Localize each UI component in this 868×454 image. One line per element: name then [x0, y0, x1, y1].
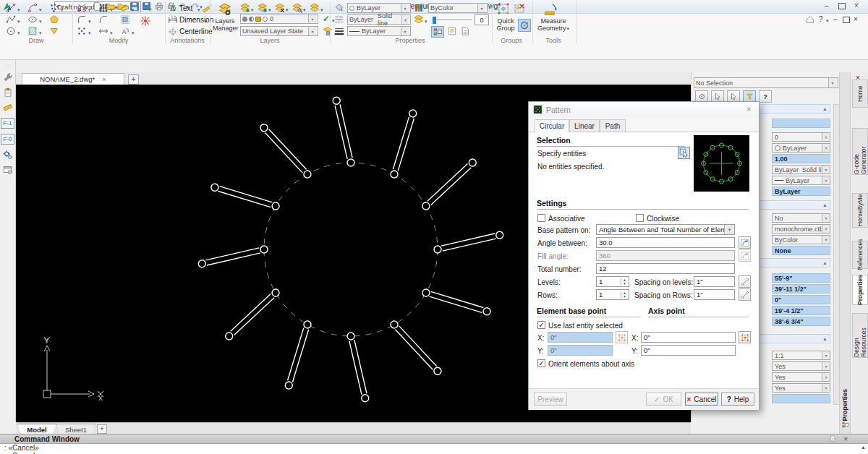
measure-geometry-button[interactable]: Measure Geometry	[534, 17, 573, 33]
panel-field[interactable]: Yes▾	[772, 383, 830, 393]
home-cloud-icon[interactable]	[805, 14, 815, 25]
polyline-icon[interactable]	[6, 14, 16, 25]
spacing-rows-pick-button[interactable]	[739, 288, 751, 301]
clockwise-checkbox[interactable]	[636, 214, 644, 222]
panel-field[interactable]: ByLayer▾	[772, 143, 830, 153]
restore-button[interactable]	[838, 3, 846, 9]
panel-field[interactable]: Yes▾	[772, 372, 830, 382]
levels-spinner[interactable]: 1 ▲▼	[596, 276, 629, 287]
spacing-levels-input[interactable]: 1"	[694, 276, 735, 287]
lineweight-icon[interactable]	[334, 26, 344, 36]
layer-delete-icon[interactable]	[323, 26, 333, 36]
tab-circular[interactable]: Circular	[535, 119, 569, 132]
ungroup-icon[interactable]	[514, 3, 525, 14]
tab-path[interactable]: Path	[600, 119, 626, 132]
doc-close-button[interactable]: ×	[854, 14, 858, 25]
panel-field[interactable]: 19'-4 1/2"	[772, 306, 830, 315]
minimize-button[interactable]: –	[825, 1, 829, 11]
explode-icon[interactable]	[77, 26, 87, 36]
entity-transparency-icon[interactable]	[431, 26, 444, 38]
toolbar-grip[interactable]: ∙∙∙	[4, 63, 10, 67]
layer-state-selector[interactable]: Unsaved Layer State▾	[240, 26, 318, 36]
stretch-icon[interactable]	[98, 26, 109, 36]
command-float-icon[interactable]	[829, 435, 836, 442]
panel-field[interactable]: 0▾	[772, 132, 830, 142]
trim-icon[interactable]	[77, 3, 87, 13]
arc-icon[interactable]	[27, 3, 38, 13]
panel-help-button[interactable]: ?	[759, 90, 772, 103]
clipboard-icon[interactable]	[3, 87, 13, 98]
lineweight-selector[interactable]: ByLayer▾	[347, 26, 411, 36]
fill-color-icon[interactable]	[334, 3, 344, 13]
panel-field[interactable]: ByLayer▾	[772, 176, 830, 185]
transparency-value-box[interactable]: 0	[475, 14, 489, 25]
layers-manager-button[interactable]: LayersManager	[213, 3, 237, 32]
side-tab-design-resources[interactable]: Design Resources	[852, 313, 868, 358]
circle-icon[interactable]	[6, 26, 16, 36]
point-icon[interactable]	[49, 3, 59, 13]
command-scroll-up-icon[interactable]: ▲	[861, 445, 866, 450]
panel-field[interactable]: 1:1▾	[772, 351, 830, 360]
panel-field[interactable]: None	[772, 246, 830, 255]
total-number-input[interactable]: 12	[596, 263, 735, 274]
spacing-levels-pick-button[interactable]	[739, 275, 751, 288]
angle-pick-button[interactable]	[739, 236, 751, 249]
layer-isolate-icon[interactable]	[292, 3, 302, 13]
f0-layout-button[interactable]: F-0	[1, 134, 14, 145]
layer-ok-icon[interactable]: ✓	[323, 14, 330, 24]
associative-checkbox[interactable]	[537, 214, 545, 222]
side-tab-g-code-generator[interactable]: G-code Generator	[852, 128, 868, 175]
panel-field[interactable]: Yes▾	[772, 361, 830, 371]
line-icon[interactable]	[6, 3, 16, 13]
linestyle-selector[interactable]: ByLayer Solid line▾	[347, 14, 411, 25]
rotate-icon[interactable]: A	[120, 26, 130, 36]
tab-linear[interactable]: Linear	[569, 119, 600, 132]
transparency-slider-knob[interactable]	[433, 17, 436, 24]
group-toggle-icon[interactable]	[518, 19, 531, 32]
axis-y-input[interactable]: 0"	[641, 345, 736, 356]
document-tab-close-icon[interactable]: ×	[102, 75, 106, 83]
command-history[interactable]: : «Cancel»: «Cancel»	[0, 444, 856, 454]
panel-field[interactable]	[772, 394, 830, 403]
ruler-icon[interactable]	[3, 103, 13, 113]
doc-minimize-button[interactable]: –	[833, 14, 838, 25]
panel-field[interactable]: monochrome.ctb▾	[772, 224, 830, 234]
close-button[interactable]: ×	[854, 1, 859, 11]
panel-field[interactable]: ByLayerSolid line▾	[772, 165, 830, 174]
panel-field[interactable]: 38'-6 3/4"	[772, 317, 830, 326]
layer-freeze-icon[interactable]	[258, 3, 268, 13]
centerline-button[interactable]: Centerline	[179, 27, 213, 35]
smart-dimension-icon[interactable]	[203, 3, 213, 13]
centerline-icon[interactable]	[168, 26, 178, 36]
text-button[interactable]: Text	[179, 4, 192, 12]
gradient-icon[interactable]	[49, 26, 59, 36]
dimension-button[interactable]: Dimension	[179, 16, 213, 24]
quick-group-button[interactable]: Quick Group	[493, 17, 518, 32]
mouse-gestures-icon[interactable]	[3, 72, 13, 82]
fillet-icon[interactable]	[77, 14, 87, 25]
side-tab-references[interactable]: References	[852, 241, 868, 269]
panel-field[interactable]: ByLayer	[772, 187, 830, 196]
active-layer-selector[interactable]: 0 ▾	[240, 14, 318, 24]
panel-field[interactable]: 55'-9"	[772, 273, 830, 283]
axis-x-input[interactable]: 0"	[641, 332, 736, 343]
transparency-layer-icon[interactable]	[414, 14, 424, 25]
angle-between-input[interactable]: 30.0	[596, 237, 735, 248]
cancel-button[interactable]: ×Cancel	[685, 393, 718, 406]
doc-restore-button[interactable]	[843, 17, 850, 23]
selection-filter-dropdown[interactable]: No Selection▾	[694, 77, 838, 88]
side-tab-properties[interactable]: Properties	[852, 275, 868, 305]
linestyle-icon[interactable]	[334, 14, 344, 25]
screen-settings-icon[interactable]	[3, 165, 13, 175]
print-style-selector[interactable]: ByColor▾	[428, 3, 488, 13]
panel-field[interactable]: ByColor▾	[772, 235, 830, 244]
pattern-icon[interactable]	[98, 3, 109, 13]
layer-unisolate-icon[interactable]	[310, 3, 320, 13]
weld-icon[interactable]	[140, 16, 150, 26]
base-pattern-dropdown[interactable]: Angle Between and Total Number of Elemen…	[596, 224, 735, 235]
panel-field[interactable]: 0"	[772, 295, 830, 304]
transparency-slider-track[interactable]	[437, 20, 472, 20]
quick-group-icon[interactable]	[498, 3, 509, 14]
panel-field[interactable]: 1.00	[772, 154, 830, 163]
spacing-rows-input[interactable]: 1"	[694, 289, 735, 300]
